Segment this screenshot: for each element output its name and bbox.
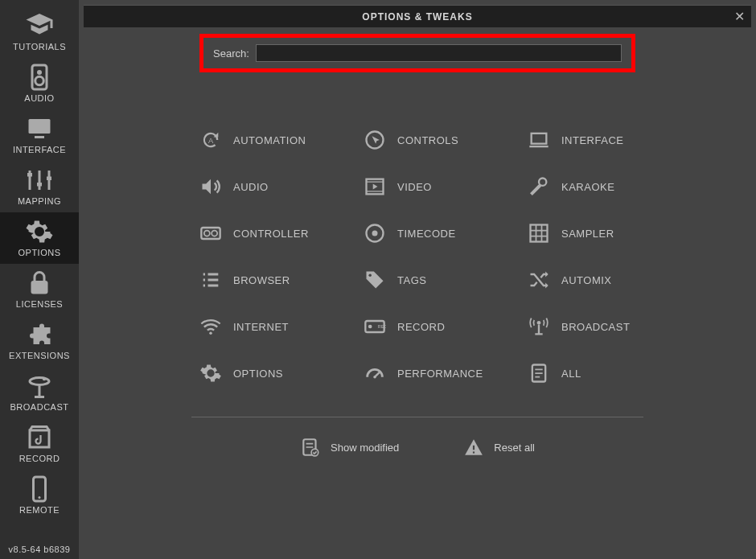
category-automix[interactable]: AUTOMIX (528, 269, 684, 291)
category-video[interactable]: VIDEO (364, 175, 520, 198)
sidebar-item-broadcast[interactable]: BROADCAST (0, 367, 79, 418)
category-label: AUTOMIX (561, 274, 612, 286)
svg-rect-7 (47, 177, 51, 181)
svg-point-20 (212, 231, 217, 236)
category-label: BROWSER (233, 274, 290, 286)
sidebar-item-tutorials[interactable]: TUTORIALS (0, 6, 79, 58)
svg-point-9 (30, 378, 49, 385)
list-icon (199, 269, 222, 291)
svg-rect-23 (531, 225, 548, 242)
category-label: CONTROLLER (233, 228, 309, 240)
category-controller[interactable]: CONTROLLER (199, 222, 355, 245)
sidebar-item-options[interactable]: OPTIONS (0, 212, 79, 264)
sidebar-label: RECORD (19, 454, 60, 463)
category-label: OPTIONS (233, 368, 283, 380)
svg-rect-34 (473, 446, 475, 450)
category-automation[interactable]: A AUTOMATION (199, 129, 355, 151)
sidebar-label: TUTORIALS (13, 42, 66, 51)
svg-rect-3 (29, 119, 51, 134)
category-all[interactable]: ALL (528, 362, 684, 384)
wifi-icon (199, 315, 222, 338)
svg-text:A: A (208, 137, 214, 145)
gauge-icon (364, 362, 386, 384)
laptop-icon (528, 129, 550, 151)
svg-point-24 (368, 273, 372, 277)
version-label: v8.5-64 b6839 (9, 540, 71, 559)
svg-rect-5 (27, 173, 32, 177)
category-internet[interactable]: INTERNET (199, 315, 355, 338)
puzzle-icon (25, 320, 54, 349)
automation-icon: A (199, 129, 222, 151)
category-interface[interactable]: INTERFACE (528, 129, 684, 151)
monitor-icon (25, 114, 54, 143)
category-tags[interactable]: TAGS (364, 269, 520, 291)
category-label: PERFORMANCE (397, 368, 483, 380)
sidebar-item-interface[interactable]: INTERFACE (0, 109, 79, 161)
svg-point-19 (204, 231, 210, 236)
titlebar: OPTIONS & TWEAKS ✕ (84, 5, 751, 27)
category-karaoke[interactable]: KARAOKE (528, 175, 684, 198)
category-label: BROADCAST (561, 321, 630, 333)
svg-rect-6 (37, 183, 42, 187)
sidebar-item-remote[interactable]: REMOTE (0, 470, 79, 521)
category-label: AUDIO (233, 181, 269, 193)
gear-icon (25, 217, 54, 246)
phone-icon (25, 475, 54, 504)
sidebar-label: REMOTE (19, 505, 60, 515)
tutorials-icon (25, 11, 54, 40)
category-label: VIDEO (397, 181, 432, 193)
rec-icon: REC (364, 315, 386, 338)
microphone-icon (528, 175, 550, 198)
document-icon (528, 362, 550, 384)
cog-icon (199, 362, 222, 384)
antenna-icon (528, 315, 550, 338)
category-label: INTERNET (233, 321, 289, 333)
sidebar-label: OPTIONS (18, 248, 60, 257)
category-broadcast[interactable]: BROADCAST (528, 315, 684, 338)
svg-point-12 (39, 496, 41, 499)
action-row: Show modified Reset all (79, 437, 756, 458)
category-label: KARAOKE (561, 181, 614, 193)
sidebar-label: AUDIO (24, 93, 54, 103)
sidebar-item-licenses[interactable]: LICENSES (0, 264, 79, 315)
category-timecode[interactable]: TIMECODE (364, 222, 520, 245)
lock-icon (25, 269, 54, 298)
category-browser[interactable]: BROWSER (199, 269, 355, 291)
category-grid: A AUTOMATION CONTROLS INTERFACE AUDIO VI… (79, 72, 756, 384)
svg-rect-4 (35, 136, 44, 138)
close-button[interactable]: ✕ (734, 9, 745, 24)
svg-text:REC: REC (378, 324, 387, 329)
category-options[interactable]: OPTIONS (199, 362, 355, 384)
sidebar-item-extensions[interactable]: EXTENSIONS (0, 315, 79, 367)
disc-icon (364, 222, 386, 245)
svg-rect-8 (31, 281, 48, 294)
category-label: SAMPLER (561, 228, 614, 240)
svg-point-1 (37, 70, 42, 75)
category-controls[interactable]: CONTROLS (364, 129, 520, 151)
sidebar-label: LICENSES (16, 299, 63, 309)
tag-icon (364, 269, 386, 291)
action-label: Reset all (494, 442, 535, 454)
warning-icon (463, 437, 484, 458)
music-file-icon (25, 423, 54, 452)
category-performance[interactable]: PERFORMANCE (364, 362, 520, 384)
volume-icon (199, 175, 222, 198)
sidebar-item-mapping[interactable]: MAPPING (0, 161, 79, 212)
show-modified-button[interactable]: Show modified (300, 437, 399, 458)
shuffle-icon (528, 269, 550, 291)
svg-point-2 (35, 76, 44, 85)
sidebar-label: BROADCAST (10, 402, 69, 412)
checklist-icon (300, 437, 321, 458)
category-audio[interactable]: AUDIO (199, 175, 355, 198)
svg-point-30 (373, 376, 376, 379)
sidebar-item-record[interactable]: RECORD (0, 418, 79, 470)
search-input[interactable] (256, 44, 622, 62)
category-label: TAGS (397, 274, 426, 286)
category-sampler[interactable]: SAMPLER (528, 222, 684, 245)
reset-all-button[interactable]: Reset all (463, 437, 535, 458)
cursor-icon (364, 129, 386, 151)
category-record[interactable]: REC RECORD (364, 315, 520, 338)
sidebar-label: INTERFACE (13, 145, 66, 154)
sidebar-item-audio[interactable]: AUDIO (0, 58, 79, 109)
film-icon (364, 175, 386, 198)
